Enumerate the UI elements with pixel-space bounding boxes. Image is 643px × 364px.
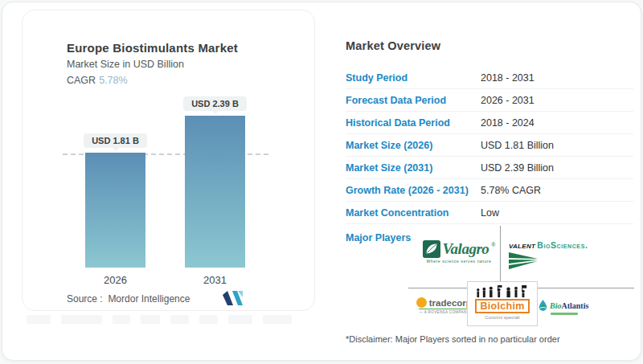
disclaimer-text: *Disclaimer: Major Players sorted in no … [346,334,560,344]
overview-row-value: Low [481,207,499,219]
overview-row-label: Historical Data Period [346,117,481,129]
bar-year-2031: 2031 [203,274,227,287]
biolchim-people-icon [474,284,530,298]
valent-stripes-icon [509,251,539,270]
overview-row: Study Period 2018 - 2031 [346,67,633,89]
players-connector-right [538,288,634,288]
bar-value-label-2031: USD 2.39 B [183,96,247,111]
ghost-strip [27,315,292,324]
chart-title: Europe Biostimulants Market [67,41,238,55]
overview-row: Growth Rate (2026 - 2031) 5.78% CAGR [346,179,633,202]
bioatlantis-logo: BioAtlantis [538,299,588,315]
bioatlantis-wordmark: BioAtlantis [550,301,588,310]
mordor-intelligence-logo-icon [222,290,244,306]
overview-row: Forecast Data Period 2026 - 2031 [346,89,633,112]
overview-row-label: Market Size (2031) [346,162,481,174]
overview-row-value: 2018 - 2031 [481,72,534,84]
overview-row-label: Growth Rate (2026 - 2031) [346,185,481,196]
overview-row-label: Forecast Data Period [346,95,481,106]
biolchim-wordmark: Biolchim [475,299,529,313]
bioatlantis-tagline-bar [551,313,578,315]
chart-subtitle: Market Size in USD Billion [67,59,184,70]
chart-cagr: CAGR5.78% [67,75,128,86]
source-line: Source : Mordor Intelligence [67,293,190,305]
report-card: Europe Biostimulants Market Market Size … [2,2,641,361]
chart-panel: Europe Biostimulants Market Market Size … [22,10,315,311]
valagro-tagline: Where science serves nature [427,259,492,264]
overview-row: Market Concentration Low [346,202,633,224]
overview-row-value: 2018 - 2024 [481,117,534,129]
valagro-leaf-icon [423,240,440,258]
valent-biosciences-logo: VALENT BioSciences. [509,240,589,273]
bar-group-2026: USD 1.81 B 2026 [85,133,145,287]
overview-row-label: Market Size (2026) [346,140,481,151]
bioatlantis-drop-icon [538,299,548,312]
overview-row: Market Size (2026) USD 1.81 Billion [346,134,633,157]
overview-row-value: 2026 - 2031 [481,95,534,106]
bar-2031 [185,116,245,268]
biolchim-logo: Biolchim Concimi speciali [467,281,538,326]
bar-2026 [85,153,145,268]
players-connector-left [408,288,467,288]
bar-value-label-2026: USD 1.81 B [84,133,147,148]
cagr-value: 5.78% [99,75,127,86]
cagr-label: CAGR [67,75,96,86]
valagro-logo: Valagro ® Where science serves nature [416,240,502,264]
source-value: Mordor Intelligence [108,293,190,305]
source-label: Source : [67,293,103,305]
overview-heading: Market Overview [346,39,440,52]
overview-row: Historical Data Period 2018 - 2024 [346,112,633,134]
bar-group-2031: USD 2.39 B 2031 [185,96,245,287]
tradecorp-wordmark: tradecorp [429,298,472,308]
major-players-label: Major Players [346,232,411,243]
bar-year-2026: 2026 [104,274,127,287]
biolchim-tagline: Concimi speciali [485,315,519,320]
valagro-wordmark: Valagro [443,240,489,258]
overview-table: Study Period 2018 - 2031 Forecast Data P… [346,67,633,224]
overview-row: Market Size (2031) USD 2.39 Billion [346,157,633,179]
overview-row-value: USD 2.39 Billion [481,162,554,174]
valagro-registered-mark: ® [491,242,495,247]
overview-row-label: Study Period [346,72,481,84]
overview-row-value: USD 1.81 Billion [481,140,554,151]
overview-row-label: Market Concentration [346,207,481,219]
valent-biosciences-wordmark: BioSciences. [537,240,588,250]
valent-wordmark: VALENT [509,243,535,250]
overview-row-value: 5.78% CAGR [481,185,541,196]
tradecorp-sun-icon [416,297,427,308]
